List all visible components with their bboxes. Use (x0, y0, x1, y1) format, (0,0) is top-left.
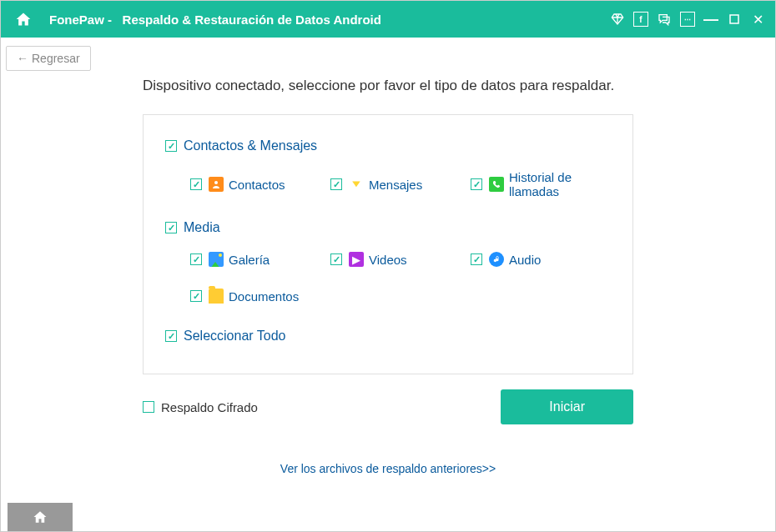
previous-backups-row: Ver los archivos de respaldo anteriores>… (51, 461, 725, 476)
item-mensajes[interactable]: ▼ Mensajes (330, 170, 471, 198)
footer-row: Respaldo Cifrado Iniciar (143, 389, 633, 424)
checkbox-contacts-messages[interactable] (165, 140, 177, 152)
menu-icon[interactable]: ⋯ (680, 12, 695, 27)
svg-point-1 (214, 181, 218, 184)
category-label: Media (184, 220, 220, 235)
previous-backups-link[interactable]: Ver los archivos de respaldo anteriores>… (280, 462, 496, 475)
subtitle: Respaldo & Restauración de Datos Android (123, 13, 381, 27)
checkbox-documentos[interactable] (190, 290, 202, 302)
checkbox-galeria[interactable] (190, 253, 202, 265)
close-button[interactable]: ✕ (750, 12, 765, 27)
item-videos[interactable]: ▶ Videos (330, 252, 471, 267)
item-label: Galería (229, 253, 270, 267)
items-row-media-1: Galería ▶ Videos Audio (190, 252, 611, 267)
item-audio[interactable]: Audio (471, 252, 611, 267)
folder-icon (209, 289, 224, 304)
minimize-button[interactable]: — (703, 12, 718, 27)
brand: FonePaw (49, 13, 104, 27)
checkbox-mensajes[interactable] (330, 178, 342, 190)
checkbox-encrypted[interactable] (143, 401, 154, 413)
chat-icon[interactable] (657, 12, 672, 27)
audio-icon (489, 252, 504, 267)
messages-icon: ▼ (349, 179, 364, 190)
diamond-icon[interactable] (610, 12, 625, 27)
checkbox-select-all[interactable] (165, 330, 177, 342)
encrypted-label: Respaldo Cifrado (161, 400, 258, 414)
checkbox-contactos[interactable] (190, 178, 202, 190)
item-label: Documentos (229, 289, 299, 304)
checkbox-audio[interactable] (471, 253, 482, 265)
item-label: Videos (369, 253, 407, 267)
phone-icon (489, 177, 504, 192)
gallery-icon (209, 252, 224, 267)
checkbox-historial[interactable] (471, 178, 482, 190)
item-galeria[interactable]: Galería (190, 252, 330, 267)
item-contactos[interactable]: Contactos (190, 170, 330, 198)
items-row-contacts: Contactos ▼ Mensajes Historial de llamad… (190, 170, 611, 198)
start-button[interactable]: Iniciar (501, 389, 633, 424)
encrypted-backup-toggle[interactable]: Respaldo Cifrado (143, 400, 258, 414)
contacts-icon (209, 177, 224, 192)
svg-rect-0 (730, 15, 738, 23)
item-documentos[interactable]: Documentos (190, 289, 357, 304)
back-button[interactable]: ← Regresar (6, 46, 91, 71)
titlebar: FonePaw - Respaldo & Restauración de Dat… (1, 1, 775, 38)
arrow-left-icon: ← (17, 52, 28, 65)
category-label: Contactos & Mensajes (184, 138, 317, 153)
category-contacts-messages[interactable]: Contactos & Mensajes (165, 138, 611, 153)
item-label: Contactos (229, 178, 285, 192)
instruction-text: Dispositivo conectado, seleccione por fa… (143, 78, 725, 94)
back-label: Regresar (32, 52, 80, 65)
category-media[interactable]: Media (165, 220, 611, 235)
main-content: Dispositivo conectado, seleccione por fa… (1, 78, 775, 476)
app-title: FonePaw - Respaldo & Restauración de Dat… (49, 13, 610, 27)
window-controls: f ⋯ — ✕ (610, 12, 765, 27)
videos-icon: ▶ (349, 252, 364, 267)
bottom-home-tab[interactable] (8, 503, 73, 531)
category-label: Seleccionar Todo (184, 329, 285, 344)
item-label: Audio (509, 253, 541, 267)
items-row-media-2: Documentos (190, 289, 611, 304)
item-label: Historial de llamadas (509, 170, 611, 198)
home-button[interactable] (11, 7, 36, 32)
item-historial[interactable]: Historial de llamadas (471, 170, 611, 198)
maximize-button[interactable] (727, 12, 742, 27)
facebook-icon[interactable]: f (633, 12, 648, 27)
data-type-panel: Contactos & Mensajes Contactos ▼ Mensaje… (143, 114, 633, 374)
checkbox-media[interactable] (165, 222, 177, 233)
checkbox-videos[interactable] (330, 253, 342, 265)
item-label: Mensajes (369, 178, 422, 192)
category-select-all[interactable]: Seleccionar Todo (165, 329, 611, 344)
